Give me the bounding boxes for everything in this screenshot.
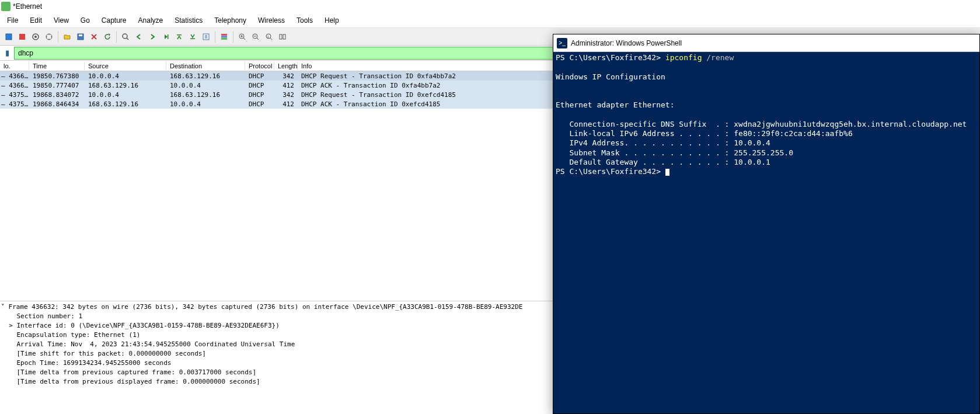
reload-file-icon[interactable] xyxy=(101,30,114,43)
go-to-packet-icon[interactable] xyxy=(159,30,172,43)
separator xyxy=(233,31,233,43)
stop-capture-icon[interactable] xyxy=(16,30,29,43)
menu-help[interactable]: Help xyxy=(319,14,345,27)
col-header-no[interactable]: lo. xyxy=(0,62,29,70)
svg-point-7 xyxy=(123,34,127,39)
go-first-icon[interactable] xyxy=(173,30,186,43)
ps-prompt: PS C:\Users\Foxfire342> xyxy=(556,167,665,176)
powershell-icon: >_ xyxy=(557,38,567,48)
zoom-out-icon[interactable] xyxy=(249,30,262,43)
wireshark-app-icon xyxy=(1,2,11,11)
col-header-protocol[interactable]: Protocol xyxy=(245,62,274,70)
menu-wireless[interactable]: Wireless xyxy=(252,14,291,27)
powershell-titlebar[interactable]: >_ Administrator: Windows PowerShell xyxy=(553,34,979,52)
ps-line: Subnet Mask . . . . . . . . . . . : 255.… xyxy=(556,148,793,157)
svg-rect-19 xyxy=(280,34,282,39)
restart-capture-icon[interactable] xyxy=(29,30,42,43)
ps-command: ipconfig xyxy=(665,53,702,62)
col-header-source[interactable]: Source xyxy=(85,62,166,70)
svg-rect-12 xyxy=(221,34,227,36)
menu-view[interactable]: View xyxy=(48,14,75,27)
ps-line: Link-local IPv6 Address . . . . . : fe80… xyxy=(556,129,853,138)
resize-columns-icon[interactable] xyxy=(276,30,289,43)
menubar: File Edit View Go Capture Analyze Statis… xyxy=(0,13,980,28)
menu-capture[interactable]: Capture xyxy=(96,14,132,27)
svg-rect-14 xyxy=(221,38,227,40)
capture-options-icon[interactable] xyxy=(43,30,55,43)
window-title: *Ethernet xyxy=(13,2,42,11)
menu-go[interactable]: Go xyxy=(75,14,96,27)
svg-rect-10 xyxy=(190,38,195,39)
col-header-time[interactable]: Time xyxy=(29,62,85,70)
menu-analyze[interactable]: Analyze xyxy=(132,14,169,27)
powershell-terminal[interactable]: PS C:\Users\Foxfire342> ipconfig /renew … xyxy=(553,52,979,178)
col-header-destination[interactable]: Destination xyxy=(166,62,245,70)
powershell-title-text: Administrator: Windows PowerShell xyxy=(571,39,682,47)
zoom-reset-icon[interactable]: 1 xyxy=(263,30,275,43)
svg-rect-6 xyxy=(79,34,82,36)
go-last-icon[interactable] xyxy=(186,30,199,43)
col-header-length[interactable]: Length xyxy=(274,62,298,70)
svg-rect-1 xyxy=(19,34,25,40)
menu-telephony[interactable]: Telephony xyxy=(208,14,252,27)
menu-statistics[interactable]: Statistics xyxy=(169,14,208,27)
open-file-icon[interactable] xyxy=(61,30,74,43)
ps-line: Ethernet adapter Ethernet: xyxy=(556,100,675,109)
svg-rect-13 xyxy=(221,36,227,37)
separator xyxy=(116,31,117,43)
svg-point-3 xyxy=(34,36,37,38)
filter-bookmark-icon[interactable]: ▮ xyxy=(1,47,13,59)
start-capture-icon[interactable] xyxy=(2,30,15,43)
separator xyxy=(215,31,215,43)
svg-rect-0 xyxy=(6,34,12,40)
svg-rect-8 xyxy=(168,34,169,39)
ps-arg: /renew xyxy=(702,53,734,62)
ps-line: Windows IP Configuration xyxy=(556,72,665,81)
wireshark-titlebar: *Ethernet xyxy=(0,0,980,13)
svg-text:1: 1 xyxy=(267,34,270,38)
ps-line: Connection-specific DNS Suffix . : xwdna… xyxy=(556,120,967,128)
find-packet-icon[interactable] xyxy=(119,30,132,43)
cursor-icon xyxy=(665,169,669,176)
menu-tools[interactable]: Tools xyxy=(291,14,319,27)
colorize-icon[interactable] xyxy=(218,30,231,43)
separator xyxy=(58,31,58,43)
ps-line: IPv4 Address. . . . . . . . . . . : 10.0… xyxy=(556,138,770,147)
svg-rect-20 xyxy=(283,34,285,39)
save-file-icon[interactable] xyxy=(74,30,87,43)
ps-prompt: PS C:\Users\Foxfire342> xyxy=(556,53,665,62)
menu-file[interactable]: File xyxy=(1,14,24,27)
menu-edit[interactable]: Edit xyxy=(24,14,48,27)
auto-scroll-icon[interactable] xyxy=(200,30,212,43)
close-file-icon[interactable] xyxy=(88,30,100,43)
powershell-window: >_ Administrator: Windows PowerShell PS … xyxy=(553,34,980,414)
ps-line: Default Gateway . . . . . . . . . : 10.0… xyxy=(556,158,770,166)
svg-rect-9 xyxy=(177,34,182,36)
go-forward-icon[interactable] xyxy=(146,30,159,43)
zoom-in-icon[interactable] xyxy=(236,30,249,43)
go-back-icon[interactable] xyxy=(132,30,145,43)
